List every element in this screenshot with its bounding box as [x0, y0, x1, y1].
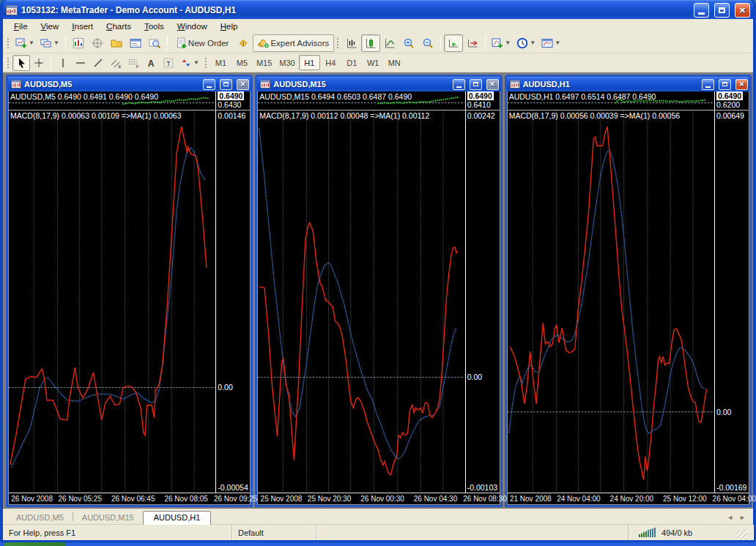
dropdown-arrow-icon: ▼: [530, 40, 536, 46]
bar-chart-button[interactable]: [342, 34, 361, 52]
timeframe-h1-button[interactable]: H1: [299, 55, 320, 70]
close-button[interactable]: ✕: [237, 79, 249, 90]
strategy-tester-button[interactable]: [145, 34, 164, 52]
timeframe-m1-button[interactable]: M1: [210, 55, 231, 70]
menu-tools[interactable]: Tools: [138, 20, 171, 32]
vertical-line-button[interactable]: [54, 55, 72, 71]
indicators-button[interactable]: ▼: [489, 34, 514, 52]
chart-window-titlebar[interactable]: AUDUSD,H1 ✕: [507, 77, 749, 91]
close-button[interactable]: ✕: [486, 79, 499, 90]
window-titlebar[interactable]: 1053132: MetaTrader - Demo Account - AUD…: [3, 0, 753, 19]
expert-advisors-button[interactable]: Expert Advisors: [253, 34, 334, 52]
tab-audusd-m15[interactable]: AUDUSD,M15: [73, 512, 143, 524]
tab-scroll-right-icon[interactable]: ►: [739, 514, 746, 521]
status-connection-pane[interactable]: 494/0 kb: [629, 525, 753, 540]
toolbar-grip[interactable]: [7, 56, 10, 70]
fibonacci-button[interactable]: F: [125, 55, 142, 71]
maximize-button[interactable]: [220, 79, 232, 90]
maximize-button[interactable]: [470, 79, 482, 90]
menu-window[interactable]: Window: [171, 20, 214, 32]
menu-view[interactable]: View: [34, 20, 66, 32]
cursor-button[interactable]: [12, 55, 30, 71]
text-label-button[interactable]: T: [160, 55, 177, 71]
macd-pane[interactable]: MACD(8,17,9) 0.00056 0.00039 =>MA(1) 0.0…: [508, 111, 715, 493]
new-chart-button[interactable]: ▼: [12, 34, 37, 52]
close-button[interactable]: ✕: [735, 79, 748, 90]
maximize-icon: [722, 82, 727, 86]
candlestick-chart-button[interactable]: [361, 34, 380, 52]
zoom-in-button[interactable]: [399, 34, 418, 52]
timeframe-d1-button[interactable]: D1: [341, 55, 363, 70]
zoom-out-button[interactable]: [418, 34, 437, 52]
minimize-button[interactable]: [702, 79, 714, 90]
alerts-button[interactable]: !: [234, 34, 253, 52]
status-help-text: For Help, press F1: [3, 525, 232, 540]
new-order-button[interactable]: New Order: [171, 34, 234, 52]
macd-pane[interactable]: MACD(8,17,9) 0.00063 0.00109 =>MA(1) 0.0…: [9, 111, 216, 493]
maximize-button[interactable]: [714, 3, 730, 18]
time-axis[interactable]: 25 Nov 2008 25 Nov 20:30 26 Nov 00:30 26…: [258, 493, 499, 504]
templates-button[interactable]: ▼: [538, 34, 563, 52]
price-pane[interactable]: AUDUSD,H1 0.6497 0.6514 0.6487 0.6490: [508, 91, 715, 110]
minimize-button[interactable]: [453, 79, 465, 90]
chart-window-title: AUDUSD,H1: [523, 80, 697, 89]
menu-insert[interactable]: Insert: [65, 20, 100, 32]
minimize-button[interactable]: [694, 3, 709, 18]
chart-window-titlebar[interactable]: AUDUSD,M15 ✕: [257, 77, 500, 91]
toolbar-grip[interactable]: [204, 56, 208, 70]
navigator-button[interactable]: [107, 34, 126, 52]
toolbar-grip[interactable]: [7, 37, 10, 50]
status-profile[interactable]: Default: [232, 525, 316, 540]
crosshair-tool-button[interactable]: [88, 34, 107, 52]
menu-file[interactable]: File: [7, 20, 34, 32]
chart-window-titlebar[interactable]: AUDUSD,M5 ✕: [8, 77, 251, 91]
chart-shift-button[interactable]: [463, 34, 482, 52]
macd-line: [259, 222, 458, 475]
horizontal-line-button[interactable]: [72, 55, 89, 71]
maximize-icon: [719, 7, 725, 13]
arrows-button[interactable]: ▼: [177, 55, 202, 71]
timeframe-m30-button[interactable]: M30: [275, 55, 298, 70]
price-pane[interactable]: AUDUSD,M15 0.6494 0.6503 0.6487 0.6490: [258, 91, 465, 110]
timeframe-w1-button[interactable]: W1: [363, 55, 384, 70]
time-axis[interactable]: 21 Nov 2008 24 Nov 04:00 24 Nov 20:00 25…: [508, 493, 749, 504]
market-watch-button[interactable]: [69, 34, 88, 52]
price-pane[interactable]: AUDUSD,M5 0.6490 0.6491 0.6490 0.6490: [9, 91, 216, 110]
time-label: 21 Nov 2008: [510, 495, 552, 503]
time-axis[interactable]: 26 Nov 2008 26 Nov 05:25 26 Nov 06:45 26…: [9, 493, 250, 504]
crosshair-mode-button[interactable]: [30, 55, 48, 71]
tab-scroll-left-icon[interactable]: ◄: [727, 514, 733, 521]
bar-chart-icon: [346, 37, 357, 49]
line-chart-button[interactable]: [380, 34, 399, 52]
timeframe-m15-button[interactable]: M15: [253, 55, 275, 70]
auto-scroll-button[interactable]: [444, 34, 463, 52]
tab-audusd-m5[interactable]: AUDUSD,M5: [7, 512, 73, 524]
macd-pane[interactable]: MACD(8,17,9) 0.00112 0.00048 =>MA(1) 0.0…: [258, 111, 465, 493]
start-button-fragment[interactable]: [4, 542, 66, 546]
toolbar-separator: [51, 56, 51, 70]
minimize-button[interactable]: [203, 79, 215, 90]
equidistant-channel-button[interactable]: E: [107, 55, 125, 71]
crosshair-icon: [92, 37, 103, 49]
menu-help[interactable]: Help: [214, 20, 245, 32]
text-button[interactable]: A: [142, 55, 160, 71]
templates-icon: [541, 37, 553, 49]
resize-grip[interactable]: [737, 530, 747, 540]
close-button[interactable]: ✕: [735, 3, 750, 18]
timeframe-mn-button[interactable]: MN: [384, 55, 405, 70]
profiles-button[interactable]: ▼: [37, 34, 62, 52]
maximize-icon: [473, 82, 478, 86]
menu-charts[interactable]: Charts: [100, 20, 138, 32]
toolbar-grip[interactable]: [336, 37, 340, 50]
periods-button[interactable]: ▼: [514, 34, 538, 52]
terminal-button[interactable]: [126, 34, 145, 52]
tab-audusd-h1[interactable]: AUDUSD,H1: [143, 511, 212, 525]
app-icon: [6, 5, 18, 15]
timeframe-m5-button[interactable]: M5: [231, 55, 253, 70]
timeframe-h4-button[interactable]: H4: [320, 55, 341, 70]
windows-taskbar[interactable]: [0, 542, 756, 546]
crosshair-icon: [33, 57, 45, 69]
periods-clock-icon: [516, 37, 528, 49]
trendline-button[interactable]: [89, 55, 107, 71]
maximize-button[interactable]: [719, 79, 731, 90]
